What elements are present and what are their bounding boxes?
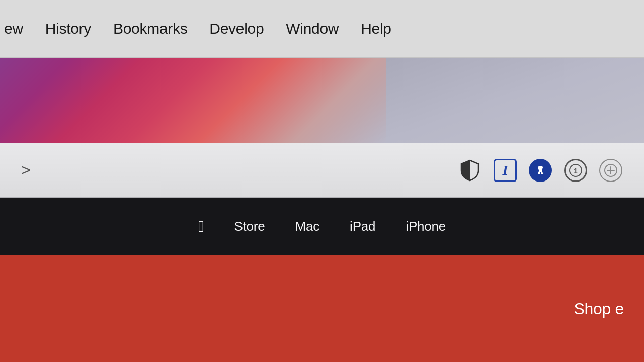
onepassword-extension[interactable]: 1 xyxy=(562,157,589,184)
apple-nav-mac[interactable]: Mac xyxy=(295,219,320,234)
apple-nav-iphone[interactable]: iPhone xyxy=(406,219,446,234)
plus-icon xyxy=(604,163,618,177)
apple-nav-store[interactable]: Store xyxy=(234,219,265,234)
instapaper-icon: I xyxy=(494,159,517,182)
add-icon xyxy=(599,159,622,182)
privacy-badger-extension[interactable] xyxy=(457,157,483,184)
menu-item-bookmarks[interactable]: Bookmarks xyxy=(102,18,198,39)
safari-toolbar: > I xyxy=(0,143,644,198)
shop-text: Shop e xyxy=(574,300,624,318)
shield-icon xyxy=(460,159,479,182)
svg-text:1: 1 xyxy=(574,167,578,175)
menu-item-help[interactable]: Help xyxy=(350,18,403,39)
horse-icon xyxy=(533,163,548,178)
apple-nav-ipad[interactable]: iPad xyxy=(350,219,375,234)
menu-items: ew History Bookmarks Develop Window Help xyxy=(0,18,403,39)
apple-logo[interactable]:  xyxy=(198,217,204,236)
forward-button[interactable]: > xyxy=(15,157,37,184)
instapaper-extension[interactable]: I xyxy=(492,157,518,184)
onepassword-icon: 1 xyxy=(564,159,587,182)
onepassword-circle-icon: 1 xyxy=(569,163,583,177)
page-content: ew History Bookmarks Develop Window Help… xyxy=(0,0,644,362)
menu-bar: ew History Bookmarks Develop Window Help xyxy=(0,0,644,58)
menu-item-history[interactable]: History xyxy=(34,18,102,39)
menu-item-view[interactable]: ew xyxy=(0,18,34,39)
add-extension-button[interactable] xyxy=(598,157,624,184)
apple-navigation-bar:  Store Mac iPad iPhone xyxy=(0,198,644,255)
hero-area xyxy=(0,58,644,143)
menu-item-window[interactable]: Window xyxy=(275,18,350,39)
menu-item-develop[interactable]: Develop xyxy=(198,18,275,39)
page-hero-red: Shop e xyxy=(0,255,644,362)
hero-gradient-overlay xyxy=(0,58,386,143)
nightowl-icon xyxy=(529,159,552,182)
toolbar-extensions: I 1 xyxy=(457,157,624,184)
nightowl-extension[interactable] xyxy=(527,157,553,184)
